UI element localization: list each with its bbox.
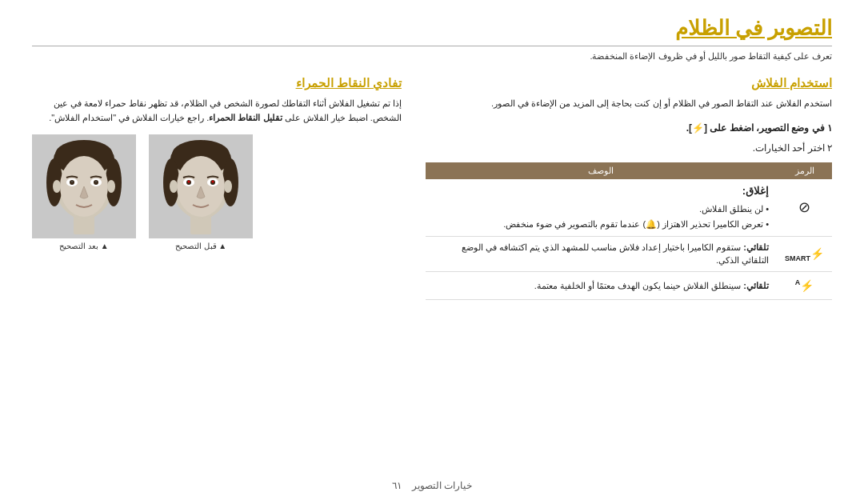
top-divider bbox=[32, 46, 832, 46]
off-bullet-2: تعرض الكاميرا تحذير الاهتزاز (🔔) عندما ت… bbox=[434, 217, 769, 232]
page-footer: خيارات التصوير ٦١ bbox=[0, 480, 864, 491]
auto-term: تلقائي: bbox=[741, 281, 769, 290]
flash-section: استخدام الفلاش استخدم الفلاش عند التقاط … bbox=[426, 76, 832, 300]
red-eye-description: إذا تم تشغيل الفلاش أثناء التقاطك لصورة … bbox=[32, 97, 402, 125]
icon-cell-off: ⊘ bbox=[777, 179, 832, 236]
flash-step2: ٢ اختر أحد الخيارات. bbox=[426, 141, 832, 156]
subtitle: تعرف على كيفية التقاط صور بالليل أو في ظ… bbox=[32, 51, 832, 62]
smart-desc: ستقوم الكاميرا باختيار إعداد فلاش مناسب … bbox=[462, 242, 769, 266]
flash-options-table: الرمز الوصف ⊘ إغلاق: لن ينطلق الفلاش. bbox=[426, 162, 832, 300]
flash-description: استخدم الفلاش عند التقاط الصور في الظلام… bbox=[426, 97, 832, 111]
flash-title: استخدام الفلاش bbox=[426, 76, 832, 90]
red-eye-term: تقليل النقاط الحمراء bbox=[209, 113, 282, 122]
desc-cell-auto: تلقائي: سينطلق الفلاش حينما يكون الهدف م… bbox=[426, 271, 777, 299]
after-caption: ▲ بعد التصحيح bbox=[59, 242, 108, 250]
page-container: التصوير في الظلام تعرف على كيفية التقاط … bbox=[0, 0, 864, 504]
image-block-after: ▲ بعد التصحيح bbox=[32, 134, 136, 250]
footer-text: خيارات التصوير bbox=[412, 480, 472, 491]
images-row: ▲ قبل التصحيح bbox=[32, 134, 402, 250]
svg-point-31 bbox=[107, 180, 115, 193]
svg-point-15 bbox=[224, 180, 232, 193]
off-bullet-1: لن ينطلق الفلاش. bbox=[434, 202, 769, 217]
content-area: استخدام الفلاش استخدم الفلاش عند التقاط … bbox=[32, 76, 832, 300]
icon-cell-smart: ⚡SMART bbox=[777, 236, 832, 271]
flash-auto-icon: ⚡A bbox=[795, 279, 814, 292]
table-header-row: الرمز الوصف bbox=[426, 162, 832, 179]
col-icon-header: الرمز bbox=[777, 162, 832, 179]
step1-text: ١ في وضع التصوير، اضغط على [⚡]. bbox=[686, 122, 832, 134]
footer-page: ٦١ bbox=[392, 480, 402, 491]
auto-desc: سينطلق الفلاش حينما يكون الهدف معتمًا أو… bbox=[534, 281, 742, 290]
off-bullets: لن ينطلق الفلاش. تعرض الكاميرا تحذير الا… bbox=[434, 202, 769, 231]
off-title: إغلاق: bbox=[434, 183, 769, 199]
flash-off-icon: ⊘ bbox=[798, 199, 810, 215]
image-block-before: ▲ قبل التصحيح bbox=[149, 134, 253, 250]
face-after-image bbox=[32, 134, 136, 238]
smart-term: تلقائي: bbox=[741, 242, 769, 252]
face-before-image bbox=[149, 134, 253, 238]
svg-point-13 bbox=[212, 181, 214, 183]
desc-cell-off: إغلاق: لن ينطلق الفلاش. تعرض الكاميرا تح… bbox=[426, 179, 777, 236]
desc-cell-smart: تلقائي: ستقوم الكاميرا باختيار إعداد فلا… bbox=[426, 236, 777, 271]
red-eye-title: تفادي النقاط الحمراء bbox=[32, 76, 402, 90]
icon-cell-auto: ⚡A bbox=[777, 271, 832, 299]
flash-smart-icon: ⚡SMART bbox=[785, 247, 824, 260]
red-eye-section: تفادي النقاط الحمراء إذا تم تشغيل الفلاش… bbox=[32, 76, 402, 300]
svg-point-10 bbox=[188, 181, 190, 183]
col-desc-header: الوصف bbox=[426, 162, 777, 179]
svg-point-29 bbox=[95, 181, 97, 182]
flash-step1: ١ في وضع التصوير، اضغط على [⚡]. bbox=[426, 121, 832, 136]
svg-point-14 bbox=[170, 180, 178, 193]
svg-point-30 bbox=[53, 180, 61, 193]
table-row: ⊘ إغلاق: لن ينطلق الفلاش. تعرض الكاميرا … bbox=[426, 179, 832, 236]
svg-point-26 bbox=[71, 181, 73, 182]
main-title: التصوير في الظلام bbox=[32, 16, 832, 41]
table-row: ⚡A تلقائي: سينطلق الفلاش حينما يكون الهد… bbox=[426, 271, 832, 299]
before-caption: ▲ قبل التصحيح bbox=[175, 242, 226, 250]
table-row: ⚡SMART تلقائي: ستقوم الكاميرا باختيار إع… bbox=[426, 236, 832, 271]
